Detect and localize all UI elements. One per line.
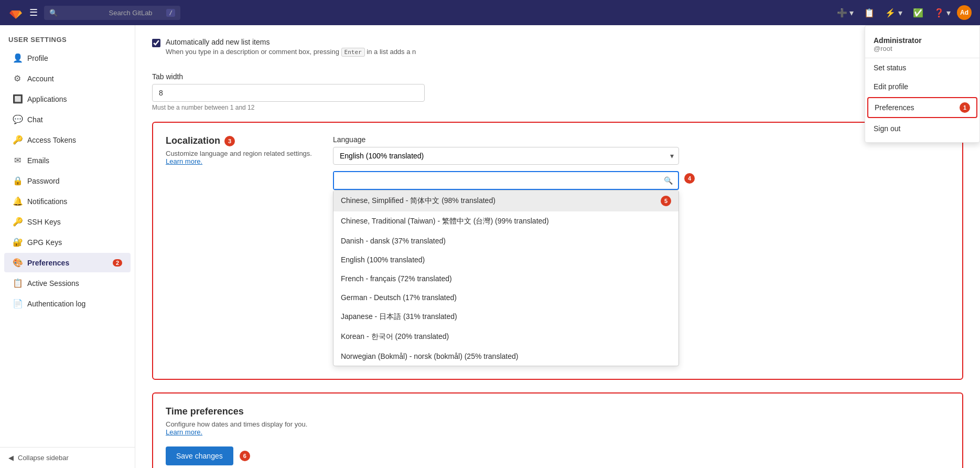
localization-badge: 3 [224,136,235,146]
language-dropdown: Chinese, Simplified - 简体中文 (98% translat… [333,190,679,366]
notifications-icon: 🔔 [13,196,22,206]
language-search-box: 🔍 [333,171,679,190]
lang-option-en[interactable]: English (100% translated) [333,250,679,269]
tab-width-group: Tab width 8 Must be a number between 1 a… [152,72,963,111]
sidebar-item-applications[interactable]: 🔲 Applications [4,89,131,109]
preferences-badge: 1 [960,102,970,113]
auto-add-checkbox-row: Automatically add new list items When yo… [152,38,963,56]
snippets-button[interactable]: 📋 [860,5,879,21]
auto-add-desc: When you type in a description or commen… [166,48,416,56]
hamburger-icon[interactable]: ☰ [29,7,38,18]
localization-desc: Customize language and region related se… [166,150,312,165]
sidebar-item-access-tokens[interactable]: 🔑 Access Tokens [4,130,131,150]
help-button[interactable]: ❓ ▾ [930,5,955,21]
lang-option-nb[interactable]: Norwegian (Bokmål) - norsk (bokmål) (25%… [333,347,679,366]
loc-left: Localization 3 Customize language and re… [166,135,312,366]
sidebar-item-emails[interactable]: ✉ Emails [4,151,131,170]
active-sessions-icon: 📋 [13,278,22,288]
dropdown-edit-profile[interactable]: Edit profile [865,77,979,96]
sidebar-item-account[interactable]: ⚙ Account [4,69,131,88]
time-preferences-title: Time preferences [166,406,950,417]
tab-width-hint: Must be a number between 1 and 12 [152,104,963,111]
localization-section: Localization 3 Customize language and re… [152,122,963,380]
search-placeholder: Search GitLab [109,9,167,17]
gitlab-logo [8,5,23,20]
sidebar-item-auth-log[interactable]: 📄 Authentication log [4,294,131,313]
navbar: ☰ 🔍 Search GitLab / ➕ ▾ 📋 ⚡ ▾ ✅ ❓ ▾ Ad [0,0,980,25]
save-changes-button[interactable]: Save changes [166,446,233,465]
lang-option-zh-tw[interactable]: Chinese, Traditional (Taiwan) - 繁體中文 (台灣… [333,211,679,231]
applications-icon: 🔲 [13,94,22,104]
collapse-icon: ◀ [8,454,14,462]
dropdown-preferences[interactable]: Preferences 1 [867,97,977,118]
localization-title: Localization 3 [166,135,312,146]
time-preferences-desc: Configure how dates and times display fo… [166,420,950,436]
profile-icon: 👤 [13,53,22,63]
auth-log-icon: 📄 [13,299,22,309]
lang-option-zh-cn[interactable]: Chinese, Simplified - 简体中文 (98% translat… [333,190,679,211]
main-content: Automatically add new list items When yo… [135,25,980,468]
password-icon: 🔒 [13,176,22,186]
tab-width-label: Tab width [152,72,963,81]
sidebar-item-notifications[interactable]: 🔔 Notifications [4,192,131,211]
layout: User Settings 👤 Profile ⚙ Account 🔲 Appl… [0,25,980,468]
account-icon: ⚙ [13,73,22,83]
save-badge: 6 [240,451,250,461]
create-button[interactable]: ➕ ▾ [833,5,858,21]
preferences-icon: 🎨 [13,258,22,268]
language-label: Language [333,135,950,144]
user-name: Administrator [874,36,971,45]
language-select[interactable]: English (100% translated) [333,147,679,165]
lang-option-ja[interactable]: Japanese - 日本語 (31% translated) [333,307,679,327]
sidebar-item-password[interactable]: 🔒 Password [4,171,131,190]
navbar-right: ➕ ▾ 📋 ⚡ ▾ ✅ ❓ ▾ Ad [833,5,972,21]
issues-button[interactable]: ✅ [909,5,928,21]
loc-right: Language English (100% translated) ▾ 🔍 [333,135,950,366]
preferences-sidebar-badge: 2 [113,259,122,267]
lang-option-de[interactable]: German - Deutsch (17% translated) [333,288,679,307]
language-search-icon: 🔍 [659,172,678,189]
sidebar-item-ssh-keys[interactable]: 🔑 SSH Keys [4,212,131,231]
zh-cn-badge: 5 [661,196,671,206]
sidebar-item-gpg-keys[interactable]: 🔐 GPG Keys [4,232,131,252]
emails-icon: ✉ [13,155,22,165]
user-dropdown: Administrator @root Set status Edit prof… [865,25,980,143]
sidebar-title: User Settings [0,29,135,48]
sidebar: User Settings 👤 Profile ⚙ Account 🔲 Appl… [0,25,135,468]
search-icon: 🔍 [49,9,107,17]
auto-add-section: Automatically add new list items When yo… [152,38,963,56]
enter-key: Enter [341,48,365,57]
sidebar-item-chat[interactable]: 💬 Chat [4,110,131,129]
time-learn-more[interactable]: Learn more. [166,428,202,436]
chat-icon: 💬 [13,114,22,124]
loc-content: Localization 3 Customize language and re… [166,135,950,366]
collapse-sidebar[interactable]: ◀ Collapse sidebar [0,447,135,468]
lang-option-ko[interactable]: Korean - 한국어 (20% translated) [333,327,679,347]
language-badge4: 4 [684,173,695,184]
gpg-keys-icon: 🔐 [13,237,22,247]
localization-learn-more[interactable]: Learn more. [166,157,202,165]
language-search-input[interactable] [334,172,659,189]
auto-add-checkbox[interactable] [152,39,160,47]
sidebar-item-profile[interactable]: 👤 Profile [4,48,131,68]
user-dropdown-header: Administrator @root [865,30,979,58]
tab-width-input[interactable]: 8 [152,84,425,102]
search-bar[interactable]: 🔍 Search GitLab / [44,6,180,20]
search-shortcut: / [166,9,175,17]
dropdown-sign-out[interactable]: Sign out [865,119,979,138]
auto-add-label-group: Automatically add new list items When yo… [166,38,416,56]
ssh-keys-icon: 🔑 [13,217,22,227]
lang-option-da[interactable]: Danish - dansk (37% translated) [333,231,679,250]
sidebar-item-preferences[interactable]: 🎨 Preferences 2 [4,253,131,272]
sidebar-item-active-sessions[interactable]: 📋 Active Sessions [4,273,131,293]
language-select-wrapper: English (100% translated) ▾ [333,147,679,165]
dropdown-set-status[interactable]: Set status [865,58,979,77]
access-tokens-icon: 🔑 [13,135,22,145]
auto-add-label: Automatically add new list items [166,38,416,46]
time-preferences-section: Time preferences Configure how dates and… [152,392,963,468]
user-avatar[interactable]: Ad [957,5,972,20]
lang-option-fr[interactable]: French - français (72% translated) [333,269,679,288]
user-handle: @root [874,45,971,52]
merge-requests-button[interactable]: ⚡ ▾ [881,5,906,21]
